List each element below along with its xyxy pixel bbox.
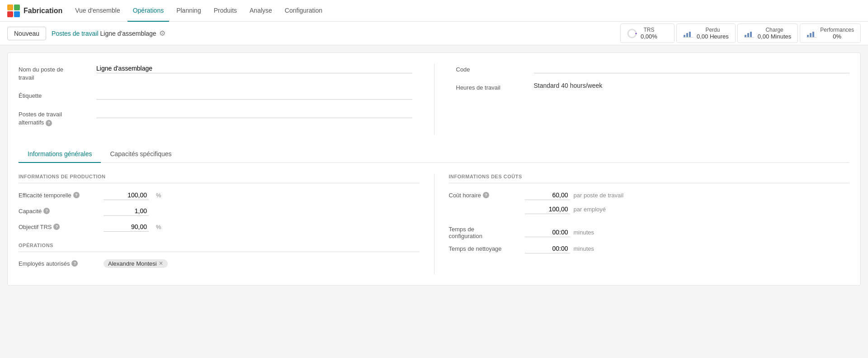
capacite-label: Capacité ? <box>19 208 100 215</box>
kpi-perdu-button[interactable]: Perdu 0,00 Heures <box>676 24 736 43</box>
app-logo: Fabrication <box>7 5 62 17</box>
employes-help-icon[interactable]: ? <box>71 260 78 267</box>
form-left-fields: Nom du poste detravail Étiquette Postes … <box>19 64 412 135</box>
kpi-performances-button[interactable]: Performances 0% <box>800 24 861 43</box>
kpi-trs-label: TRS <box>641 27 657 33</box>
svg-rect-0 <box>7 5 13 10</box>
tab-capacites[interactable]: Capacités spécifiques <box>101 146 180 163</box>
app-title: Fabrication <box>24 7 62 15</box>
nav-vue-ensemble[interactable]: Vue d'ensemble <box>70 0 125 22</box>
kpi-trs-button[interactable]: TRS 0,00% <box>620 24 675 43</box>
trs-chart-icon <box>627 29 637 38</box>
tab-general[interactable]: Informations générales <box>19 146 101 163</box>
toolbar: Nouveau Postes de travail Ligne d'assemb… <box>0 22 868 45</box>
tabs-container: Informations générales Capacités spécifi… <box>19 146 849 163</box>
kpi-group: TRS 0,00% Perdu 0,00 Heures <box>620 24 861 43</box>
field-heures-label: Heures de travail <box>456 82 528 92</box>
field-etiquette-input[interactable] <box>96 90 412 100</box>
field-code-input[interactable] <box>534 64 850 73</box>
row-employes: Employés autorisés ? Alexandre Montesi ✕ <box>19 259 420 268</box>
breadcrumb: Postes de travail Ligne d'assemblage ⚙ <box>52 29 615 38</box>
temps-nettoyage-label: Temps de nettoyage <box>449 245 521 252</box>
temps-config-suffix: minutes <box>574 229 594 236</box>
performances-chart-icon <box>807 29 816 38</box>
field-alternates-input[interactable] <box>96 109 412 118</box>
alternates-help-icon[interactable]: ? <box>46 120 52 126</box>
kpi-charge-button[interactable]: Charge 0,00 Minutes <box>737 24 798 43</box>
row-temps-config: Temps deconfiguration minutes <box>449 226 850 239</box>
capacite-input[interactable] <box>104 206 149 216</box>
cout-horaire-suffix-2: par employé <box>574 206 606 213</box>
operations-section-title: OPÉRATIONS <box>19 243 420 252</box>
new-button[interactable]: Nouveau <box>7 27 46 40</box>
efficacite-input[interactable] <box>104 191 149 200</box>
field-heures-value: Standard 40 hours/week <box>534 82 850 89</box>
svg-rect-3 <box>14 11 20 17</box>
svg-rect-9 <box>689 32 691 37</box>
row-efficacite: Efficacité temporelle ? % <box>19 191 420 200</box>
nav-analyse[interactable]: Analyse <box>244 0 278 22</box>
field-code: Code <box>456 64 850 74</box>
cout-horaire-input-1[interactable] <box>525 191 570 200</box>
temps-config-input[interactable] <box>525 228 570 237</box>
efficacite-suffix: % <box>156 192 161 199</box>
breadcrumb-current: Ligne d'assemblage ⚙ <box>100 29 165 38</box>
section-costs: INFORMATIONS DES COÛTS Coût horaire ? pa… <box>434 174 850 274</box>
nav-planning[interactable]: Planning <box>171 0 207 22</box>
gear-icon[interactable]: ⚙ <box>159 29 165 38</box>
two-col-layout: INFORMATIONS DE PRODUCTION Efficacité te… <box>19 174 849 274</box>
efficacite-label-text: Efficacité temporelle <box>19 192 71 199</box>
svg-rect-18 <box>807 37 816 38</box>
cout-horaire-label: Coût horaire ? <box>449 192 521 199</box>
breadcrumb-current-label: Ligne d'assemblage <box>100 30 156 37</box>
temps-config-label: Temps deconfiguration <box>449 226 521 239</box>
form-card: Nom du poste detravail Étiquette Postes … <box>7 53 861 286</box>
capacite-help-icon[interactable]: ? <box>43 208 50 214</box>
svg-rect-17 <box>812 32 814 37</box>
nav-configuration[interactable]: Configuration <box>279 0 328 22</box>
tabs: Informations générales Capacités spécifi… <box>19 146 849 162</box>
kpi-trs-value: 0,00% <box>641 33 657 40</box>
row-objectif-trs: Objectif TRS ? % <box>19 222 420 232</box>
temps-nettoyage-input[interactable] <box>525 244 570 253</box>
nav-produits[interactable]: Produits <box>208 0 242 22</box>
objectif-trs-help-icon[interactable]: ? <box>53 224 60 230</box>
field-heures: Heures de travail Standard 40 hours/week <box>456 82 850 92</box>
efficacite-help-icon[interactable]: ? <box>73 192 80 198</box>
cout-horaire-label-text: Coût horaire <box>449 192 481 199</box>
nav-operations[interactable]: Opérations <box>127 0 169 22</box>
cout-horaire-input-2[interactable] <box>525 205 570 214</box>
svg-rect-8 <box>686 33 688 37</box>
field-nom-input[interactable] <box>96 64 412 73</box>
field-alternates: Postes de travailalternatifs ? <box>19 109 412 127</box>
kpi-performances-value: 0% <box>820 33 854 40</box>
field-etiquette: Étiquette <box>19 90 412 100</box>
form-top-section: Nom du poste detravail Étiquette Postes … <box>19 64 849 135</box>
svg-point-6 <box>630 31 634 36</box>
employes-label-text: Employés autorisés <box>19 260 70 267</box>
field-etiquette-label: Étiquette <box>19 90 91 100</box>
svg-rect-2 <box>7 11 13 17</box>
field-nom: Nom du poste detravail <box>19 64 412 82</box>
kpi-charge-value: 0,00 Minutes <box>758 33 791 40</box>
breadcrumb-link[interactable]: Postes de travail <box>52 30 99 37</box>
svg-rect-15 <box>807 35 809 37</box>
field-code-label: Code <box>456 64 528 74</box>
tag-alexandre-label: Alexandre Montesi <box>108 260 157 267</box>
field-alternates-label: Postes de travailalternatifs ? <box>19 109 91 127</box>
operations-section: OPÉRATIONS Employés autorisés ? Alexandr… <box>19 243 420 268</box>
perdu-chart-icon <box>683 29 693 38</box>
kpi-perdu-content: Perdu 0,00 Heures <box>697 27 729 40</box>
section-production: INFORMATIONS DE PRODUCTION Efficacité te… <box>19 174 434 274</box>
svg-rect-16 <box>810 33 811 37</box>
kpi-charge-content: Charge 0,00 Minutes <box>758 27 791 40</box>
kpi-performances-content: Performances 0% <box>820 27 854 40</box>
costs-section-title: INFORMATIONS DES COÛTS <box>449 174 850 183</box>
tag-alexandre-close[interactable]: ✕ <box>159 261 163 266</box>
svg-rect-12 <box>747 33 749 37</box>
form-right-fields: Code Heures de travail Standard 40 hours… <box>456 64 850 135</box>
objectif-trs-input[interactable] <box>104 222 149 232</box>
field-nom-label: Nom du poste detravail <box>19 64 91 82</box>
tag-alexandre: Alexandre Montesi ✕ <box>104 259 168 268</box>
cout-horaire-help-icon[interactable]: ? <box>483 192 489 198</box>
